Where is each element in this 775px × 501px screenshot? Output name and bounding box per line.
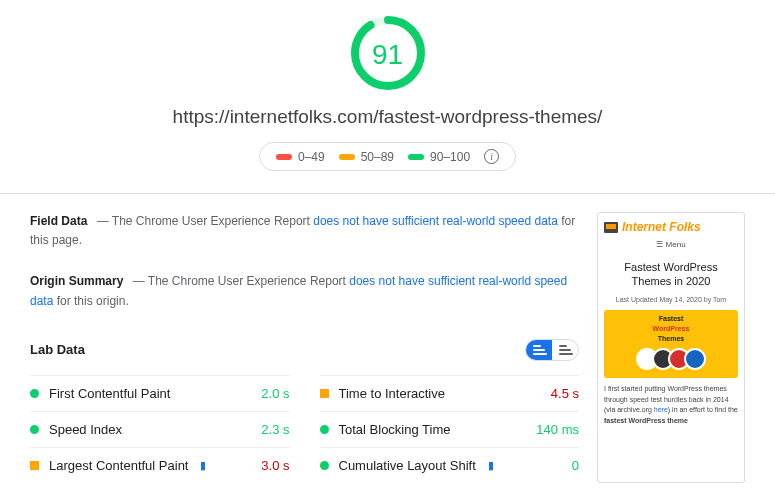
info-icon[interactable]: i <box>484 149 499 164</box>
metric-name: Largest Contentful Paint <box>49 458 188 473</box>
preview-link: here <box>654 406 668 413</box>
metrics-grid: First Contentful Paint 2.0 s Time to Int… <box>30 375 579 483</box>
field-data-section: Field Data — The Chrome User Experience … <box>30 212 579 250</box>
metric-value: 0 <box>572 458 579 473</box>
legend-bad-label: 0–49 <box>298 150 325 164</box>
preview-title: Fastest WordPress Themes in 2020 <box>604 260 738 289</box>
score-value: 91 <box>372 39 403 71</box>
banner-line: Fastest <box>659 314 684 324</box>
status-square-avg <box>30 461 39 470</box>
banner-line: Themes <box>658 334 684 344</box>
status-square-avg <box>320 389 329 398</box>
monitor-icon <box>604 222 618 233</box>
metric-name: Time to Interactive <box>339 386 445 401</box>
status-dot-good <box>320 461 329 470</box>
status-dot-good <box>320 425 329 434</box>
origin-summary-section: Origin Summary — The Chrome User Experie… <box>30 272 579 310</box>
preview-paragraph: I first started putting WordPress themes… <box>604 384 738 426</box>
metric-tbt: Total Blocking Time 140 ms <box>320 411 580 447</box>
preview-menu: ☰ Menu <box>604 239 738 250</box>
metric-name: Speed Index <box>49 422 122 437</box>
field-data-link[interactable]: does not have sufficient real-world spee… <box>313 214 558 228</box>
preview-brand: Internet Folks <box>622 219 701 236</box>
banner-line: WordPress <box>653 324 690 334</box>
legend-avg: 50–89 <box>339 150 394 164</box>
metric-value: 2.0 s <box>261 386 289 401</box>
legend-bad: 0–49 <box>276 150 325 164</box>
view-toggle-condensed[interactable] <box>526 340 552 360</box>
preview-banner: Fastest WordPress Themes <box>604 310 738 378</box>
metric-name: Total Blocking Time <box>339 422 451 437</box>
swatch-red <box>276 154 292 160</box>
legend-good-label: 90–100 <box>430 150 470 164</box>
metric-name: First Contentful Paint <box>49 386 170 401</box>
status-dot-good <box>30 389 39 398</box>
field-data-pre: — The Chrome User Experience Report <box>93 214 313 228</box>
lab-data-title: Lab Data <box>30 342 85 357</box>
preview-logo: Internet Folks <box>604 219 738 236</box>
preview-text: ) in an effort to find the <box>668 406 738 413</box>
status-dot-good <box>30 425 39 434</box>
metric-value: 140 ms <box>536 422 579 437</box>
metric-name: Cumulative Layout Shift <box>339 458 476 473</box>
origin-summary-post: for this origin. <box>53 294 128 308</box>
metric-si: Speed Index 2.3 s <box>30 411 290 447</box>
metric-lcp: Largest Contentful Paint▮ 3.0 s <box>30 447 290 483</box>
lines-icon <box>559 349 571 351</box>
origin-summary-title: Origin Summary <box>30 274 123 288</box>
field-data-title: Field Data <box>30 214 87 228</box>
metric-cls: Cumulative Layout Shift▮ 0 <box>320 447 580 483</box>
tested-url: https://internetfolks.com/fastest-wordpr… <box>0 106 775 128</box>
score-gauge: 91 <box>349 14 427 96</box>
lines-icon <box>533 349 545 351</box>
metric-fcp: First Contentful Paint 2.0 s <box>30 375 290 411</box>
metric-value: 2.3 s <box>261 422 289 437</box>
preview-text-bold: fastest WordPress theme <box>604 417 688 424</box>
bookmark-icon: ▮ <box>200 459 206 472</box>
swatch-green <box>408 154 424 160</box>
view-toggle <box>525 339 579 361</box>
view-toggle-expanded[interactable] <box>552 340 578 360</box>
metric-value: 4.5 s <box>551 386 579 401</box>
circle-icon <box>684 348 706 370</box>
preview-date: Last Updated May 14, 2020 by Tom <box>604 295 738 305</box>
score-legend: 0–49 50–89 90–100 i <box>259 142 516 171</box>
page-screenshot-preview: Internet Folks ☰ Menu Fastest WordPress … <box>597 212 745 483</box>
legend-good: 90–100 <box>408 150 470 164</box>
swatch-orange <box>339 154 355 160</box>
origin-summary-pre: — The Chrome User Experience Report <box>129 274 349 288</box>
bookmark-icon: ▮ <box>488 459 494 472</box>
metric-tti: Time to Interactive 4.5 s <box>320 375 580 411</box>
metric-value: 3.0 s <box>261 458 289 473</box>
legend-avg-label: 50–89 <box>361 150 394 164</box>
